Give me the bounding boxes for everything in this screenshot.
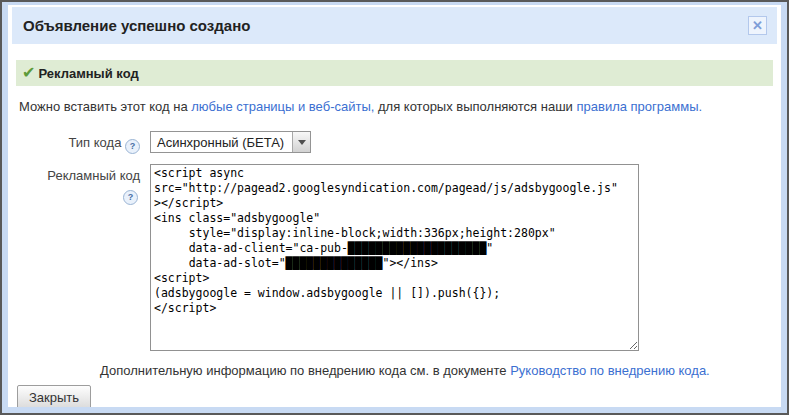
- ad-code-label-cell: Рекламный код ?: [12, 164, 140, 355]
- code-type-selected-value: Асинхронный (БЕТА): [151, 135, 292, 150]
- dialog-titlebar: Объявление успешно создано ✕: [12, 7, 777, 44]
- code-type-row: Тип кода ? Асинхронный (БЕТА): [12, 131, 777, 154]
- close-button[interactable]: Закрыть: [17, 385, 91, 407]
- implementation-note: Дополнительную информацию по внедрению к…: [100, 363, 771, 378]
- code-type-label-cell: Тип кода ?: [12, 131, 140, 154]
- ad-created-dialog: Объявление успешно создано ✕ ✔ Рекламный…: [0, 0, 789, 415]
- code-type-label: Тип кода: [68, 135, 121, 150]
- ad-code-control-cell: <script async src="http://pagead2.google…: [150, 164, 639, 355]
- help-icon[interactable]: ?: [125, 139, 140, 154]
- link-any-pages[interactable]: любые страницы и веб-сайты,: [191, 99, 374, 114]
- intro-paragraph: Можно вставить этот код на любые страниц…: [19, 99, 773, 114]
- intro-text-middle: для которых выполняются наши: [374, 99, 576, 114]
- dialog-title: Объявление успешно создано: [23, 17, 748, 34]
- intro-text-before: Можно вставить этот код на: [19, 99, 191, 114]
- check-icon: ✔: [22, 65, 35, 81]
- link-implementation-guide[interactable]: Руководство по внедрению кода.: [510, 363, 710, 378]
- note-text: Дополнительную информацию по внедрению к…: [100, 363, 510, 378]
- ad-code-section-header: ✔ Рекламный код: [16, 60, 773, 86]
- ad-code-help-line: ?: [12, 186, 140, 205]
- ad-code-row: Рекламный код ? <script async src="http:…: [12, 164, 777, 355]
- ad-code-textarea[interactable]: <script async src="http://pagead2.google…: [150, 164, 639, 351]
- code-type-control-cell: Асинхронный (БЕТА): [150, 131, 311, 154]
- section-title: Рекламный код: [38, 66, 138, 81]
- ad-code-label: Рекламный код: [12, 168, 140, 183]
- dialog-body: Объявление успешно создано ✕ ✔ Рекламный…: [8, 5, 781, 407]
- code-type-select[interactable]: Асинхронный (БЕТА): [150, 131, 311, 153]
- help-icon[interactable]: ?: [123, 190, 138, 205]
- link-program-policies[interactable]: правила программы.: [576, 99, 702, 114]
- close-icon[interactable]: ✕: [748, 16, 767, 35]
- chevron-down-icon: [292, 132, 310, 152]
